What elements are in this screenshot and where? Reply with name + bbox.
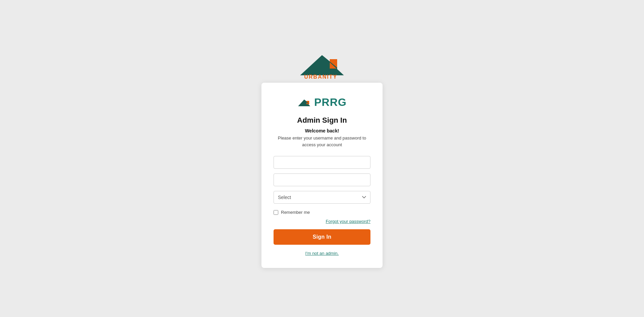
card-brand: PRRG	[297, 96, 347, 109]
forgot-password-link[interactable]: Forgot your password?	[326, 219, 370, 224]
password-group	[274, 173, 370, 186]
role-select-group: Select Option 1 Option 2	[274, 191, 370, 204]
sign-in-button[interactable]: Sign In	[274, 229, 370, 245]
card-mini-logo-icon	[297, 98, 311, 107]
card-title: Admin Sign In	[297, 116, 347, 125]
card-brand-name: PRRG	[314, 96, 347, 109]
username-group	[274, 156, 370, 169]
username-input[interactable]	[274, 156, 370, 169]
card-subtitle-bold: Welcome back!	[305, 128, 339, 133]
remember-checkbox[interactable]	[274, 210, 278, 215]
forgot-row: Forgot your password?	[274, 219, 370, 224]
remember-label[interactable]: Remember me	[281, 210, 310, 215]
password-input[interactable]	[274, 173, 370, 186]
not-admin-link[interactable]: I'm not an admin.	[305, 251, 338, 256]
page-wrapper: URBANITY PRRG Admin Sign In Welcome back…	[261, 49, 383, 268]
top-logo: URBANITY	[293, 49, 351, 79]
login-card: PRRG Admin Sign In Welcome back! Please …	[261, 83, 383, 268]
card-subtitle-text: Please enter your username and password …	[274, 135, 370, 148]
role-select[interactable]: Select Option 1 Option 2	[274, 191, 370, 204]
svg-text:URBANITY: URBANITY	[304, 74, 337, 79]
urbanity-logo-icon: URBANITY	[293, 49, 351, 79]
remember-row: Remember me	[274, 210, 370, 215]
